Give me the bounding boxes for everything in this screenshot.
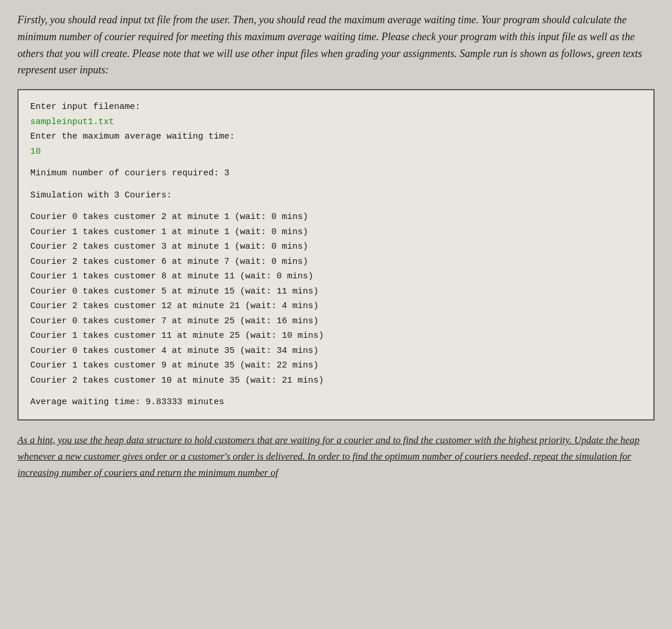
courier-line: Courier 2 takes customer 10 at minute 35… xyxy=(30,373,642,388)
courier-line: Courier 2 takes customer 3 at minute 1 (… xyxy=(30,239,642,255)
terminal-input-filename: sampleinput1.txt xyxy=(30,115,642,130)
hint-paragraph: As a hint, you use the heap data structu… xyxy=(17,432,655,481)
intro-paragraph: Firstly, you should read input txt file … xyxy=(17,12,655,79)
terminal-box: Enter input filename: sampleinput1.txt E… xyxy=(17,89,655,420)
terminal-line-1: Enter input filename: xyxy=(30,100,642,115)
courier-line: Courier 0 takes customer 5 at minute 15 … xyxy=(30,284,642,299)
terminal-min-couriers: Minimum number of couriers required: 3 xyxy=(30,166,642,181)
terminal-input-time: 10 xyxy=(30,144,642,160)
courier-line: Courier 0 takes customer 2 at minute 1 (… xyxy=(30,210,642,225)
terminal-simulation-header: Simulation with 3 Couriers: xyxy=(30,188,642,203)
courier-lines-container: Courier 0 takes customer 2 at minute 1 (… xyxy=(30,210,642,388)
courier-line: Courier 2 takes customer 12 at minute 21… xyxy=(30,299,642,314)
terminal-avg-waiting: Average waiting time: 9.83333 minutes xyxy=(30,395,642,410)
terminal-blank-4 xyxy=(30,388,642,395)
terminal-line-3: Enter the maximum average waiting time: xyxy=(30,129,642,144)
terminal-blank-1 xyxy=(30,159,642,166)
courier-line: Courier 2 takes customer 6 at minute 7 (… xyxy=(30,255,642,270)
terminal-blank-3 xyxy=(30,203,642,210)
courier-line: Courier 1 takes customer 1 at minute 1 (… xyxy=(30,225,642,240)
terminal-blank-2 xyxy=(30,181,642,188)
courier-line: Courier 0 takes customer 4 at minute 35 … xyxy=(30,344,642,359)
courier-line: Courier 1 takes customer 9 at minute 35 … xyxy=(30,358,642,373)
courier-line: Courier 0 takes customer 7 at minute 25 … xyxy=(30,314,642,329)
courier-line: Courier 1 takes customer 8 at minute 11 … xyxy=(30,269,642,284)
courier-line: Courier 1 takes customer 11 at minute 25… xyxy=(30,328,642,344)
